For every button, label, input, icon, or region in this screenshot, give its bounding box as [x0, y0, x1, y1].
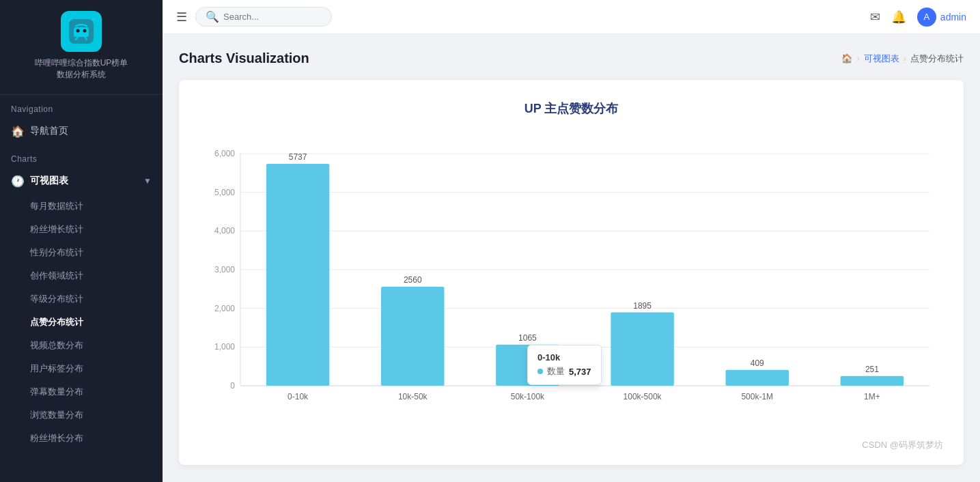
svg-rect-23 — [381, 287, 444, 386]
avatar: A — [917, 8, 936, 27]
sidebar-header: 哔哩哔哩综合指数UP榜单 数据分析系统 — [0, 0, 163, 95]
sidebar-sub-item[interactable]: 每月数据统计 — [0, 195, 163, 218]
svg-text:1065: 1065 — [518, 333, 537, 343]
sidebar-item-home[interactable]: 🏠 导航首页 — [0, 118, 163, 145]
breadcrumb-home-icon[interactable]: 🏠 — [841, 53, 852, 63]
breadcrumb-charts-link[interactable]: 可视图表 — [864, 53, 899, 65]
svg-text:1M+: 1M+ — [864, 392, 880, 401]
topbar: ☰ 🔍 ✉ 🔔 A admin — [163, 0, 980, 34]
svg-text:2560: 2560 — [404, 275, 422, 285]
mail-icon[interactable]: ✉ — [870, 10, 880, 25]
svg-text:2,000: 2,000 — [214, 304, 235, 313]
content-area: Charts Visualization 🏠 › 可视图表 › 点赞分布统计 U… — [163, 34, 980, 482]
sidebar-sub-item[interactable]: 等级分布统计 — [0, 287, 163, 311]
chart-title: UP 主点赞数分布 — [199, 100, 943, 117]
search-icon: 🔍 — [206, 10, 219, 23]
breadcrumb-current: 点赞分布统计 — [910, 53, 964, 65]
sidebar-sub-item[interactable]: 粉丝增长分布 — [0, 427, 163, 450]
svg-point-2 — [76, 29, 80, 33]
home-icon: 🏠 — [11, 125, 25, 138]
svg-text:3,000: 3,000 — [214, 265, 235, 274]
svg-rect-1 — [74, 27, 89, 37]
sidebar-sub-item[interactable]: 视频总数分布 — [0, 334, 163, 357]
bell-icon[interactable]: 🔔 — [891, 10, 906, 25]
svg-text:1895: 1895 — [633, 301, 652, 311]
menu-icon[interactable]: ☰ — [176, 10, 187, 25]
sidebar: 哔哩哔哩综合指数UP榜单 数据分析系统 Navigation 🏠 导航首页 Ch… — [0, 0, 163, 482]
nav-section-label: Navigation — [0, 95, 163, 118]
svg-text:500k-1M: 500k-1M — [741, 392, 773, 401]
sidebar-sub-item[interactable]: 用户标签分布 — [0, 357, 163, 380]
breadcrumb: 🏠 › 可视图表 › 点赞分布统计 — [841, 53, 964, 65]
search-box[interactable]: 🔍 — [195, 7, 332, 27]
sidebar-item-home-label: 导航首页 — [30, 125, 68, 137]
svg-rect-26 — [496, 345, 559, 386]
svg-text:100k-500k: 100k-500k — [624, 392, 662, 401]
svg-text:409: 409 — [751, 358, 764, 368]
bar-chart-container: 01,0002,0003,0004,0005,0006,00057370-10k… — [199, 133, 943, 434]
bar-chart-svg: 01,0002,0003,0004,0005,0006,00057370-10k… — [199, 133, 943, 434]
breadcrumb-sep2: › — [904, 53, 906, 63]
app-logo — [61, 11, 102, 52]
svg-point-3 — [83, 29, 87, 33]
sidebar-sub-item[interactable]: 粉丝增长统计 — [0, 218, 163, 241]
svg-text:10k-50k: 10k-50k — [398, 392, 428, 401]
svg-rect-35 — [841, 376, 904, 386]
sidebar-sub-item[interactable]: 点赞分布统计 — [0, 311, 163, 334]
svg-text:50k-100k: 50k-100k — [511, 392, 545, 401]
sidebar-sub-item[interactable]: 性别分布统计 — [0, 241, 163, 264]
content-header: Charts Visualization 🏠 › 可视图表 › 点赞分布统计 — [179, 51, 964, 66]
sidebar-sub-item[interactable]: 创作领域统计 — [0, 264, 163, 287]
svg-text:251: 251 — [865, 365, 879, 374]
sidebar-sub-items: 每月数据统计粉丝增长统计性别分布统计创作领域统计等级分布统计点赞分布统计视频总数… — [0, 195, 163, 450]
watermark: CSDN @码界筑梦坊 — [199, 439, 943, 451]
breadcrumb-sep1: › — [856, 53, 859, 63]
svg-text:0-10k: 0-10k — [288, 392, 309, 401]
search-input[interactable] — [223, 12, 326, 22]
svg-rect-20 — [266, 164, 329, 386]
svg-text:5,000: 5,000 — [214, 188, 235, 197]
clock-icon: 🕐 — [11, 175, 25, 188]
svg-rect-29 — [611, 313, 673, 386]
svg-text:1,000: 1,000 — [214, 342, 235, 352]
chevron-down-icon: ▼ — [143, 176, 152, 186]
sidebar-item-charts[interactable]: 🕐 可视图表 ▼ — [0, 168, 163, 195]
admin-label: admin — [940, 12, 966, 23]
sidebar-sub-item[interactable]: 浏览数量分布 — [0, 403, 163, 427]
charts-section-label: Charts — [0, 145, 163, 168]
admin-badge[interactable]: A admin — [917, 8, 966, 27]
svg-text:0: 0 — [230, 381, 235, 391]
page-title: Charts Visualization — [179, 51, 309, 66]
sidebar-charts-label: 可视图表 — [30, 175, 68, 187]
main-area: ☰ 🔍 ✉ 🔔 A admin Charts Visualization 🏠 ›… — [163, 0, 980, 482]
svg-text:4,000: 4,000 — [214, 226, 235, 236]
sidebar-sub-item[interactable]: 弹幕数量分布 — [0, 380, 163, 403]
topbar-right: ✉ 🔔 A admin — [870, 8, 966, 27]
chart-card: UP 主点赞数分布 01,0002,0003,0004,0005,0006,00… — [179, 80, 964, 465]
app-title: 哔哩哔哩综合指数UP榜单 数据分析系统 — [8, 57, 154, 81]
svg-rect-32 — [726, 370, 789, 386]
svg-text:5737: 5737 — [289, 152, 307, 162]
svg-text:6,000: 6,000 — [214, 149, 235, 158]
